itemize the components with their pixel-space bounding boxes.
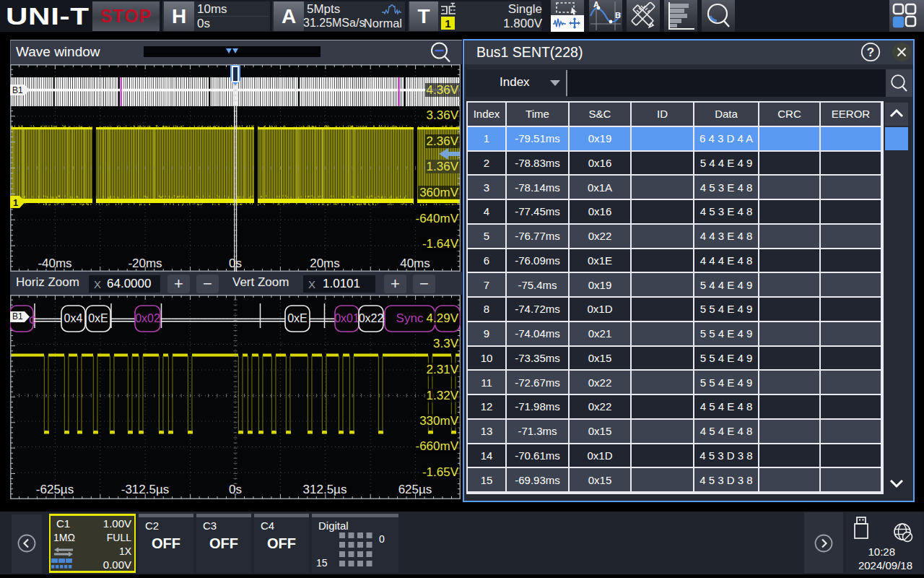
svg-text:0x01: 0x01 — [334, 312, 359, 324]
svg-text:1: 1 — [13, 197, 18, 208]
svg-text:B1: B1 — [12, 311, 23, 322]
svg-text:?: ? — [867, 46, 874, 59]
svg-text:B: B — [615, 11, 621, 20]
svg-text:0x4: 0x4 — [64, 312, 83, 324]
svg-text:A: A — [593, 0, 599, 9]
svg-text:0xE: 0xE — [287, 312, 308, 324]
svg-text:0xE: 0xE — [88, 312, 108, 324]
svg-text:0x22: 0x22 — [359, 312, 384, 324]
svg-text:B1: B1 — [12, 85, 23, 95]
svg-text:0x02: 0x02 — [135, 312, 160, 324]
svg-text:C: C — [29, 314, 37, 326]
